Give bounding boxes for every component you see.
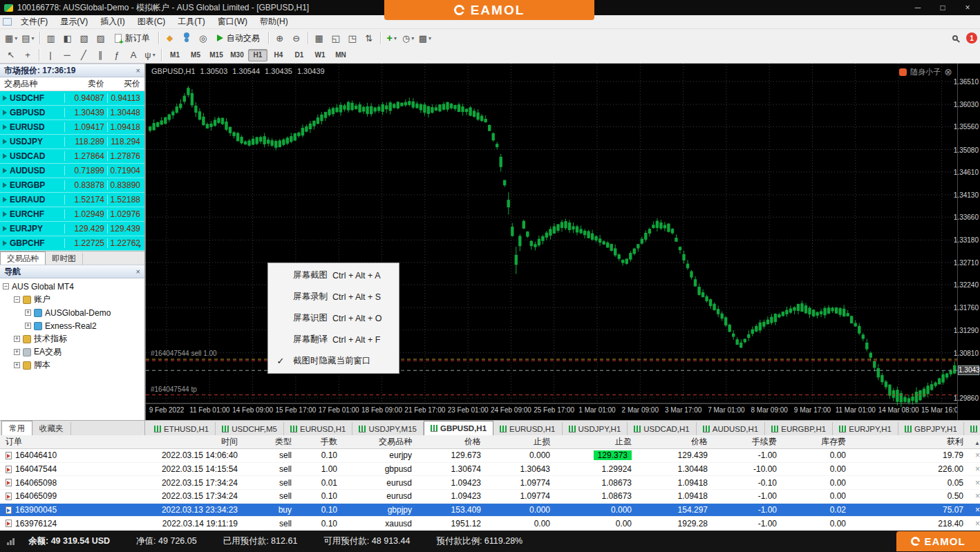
navigator-close-icon[interactable]: × xyxy=(136,267,140,276)
arrange-windows-button[interactable]: ◱ xyxy=(328,31,344,46)
expand-icon[interactable]: + xyxy=(25,310,31,316)
template-button[interactable]: ▩▾ xyxy=(417,31,433,46)
orders-column-止盈[interactable]: 止盈 xyxy=(554,436,636,448)
menu-item[interactable]: 图表(C) xyxy=(131,15,172,28)
orders-column-价格[interactable]: 价格 xyxy=(416,436,485,448)
order-row[interactable]: 1640650982022.03.15 17:34:24sell0.01euru… xyxy=(0,476,980,490)
market-watch-row[interactable]: EURGBP0.838780.83890 xyxy=(0,178,144,193)
column-header-ask[interactable]: 买价 xyxy=(107,78,144,90)
market-watch-row[interactable]: GBPUSD1.304391.30448 xyxy=(0,106,144,120)
bottom-tab-常用[interactable]: 常用 xyxy=(1,421,32,435)
support-button[interactable]: ◎ xyxy=(195,31,211,46)
trendline-tool-button[interactable]: ╱ xyxy=(75,48,92,62)
close-order-icon[interactable]: × xyxy=(975,491,980,501)
fibonacci-tool-button[interactable]: ƒ xyxy=(109,48,125,62)
restore-button[interactable]: □ xyxy=(930,3,955,12)
expand-icon[interactable]: + xyxy=(14,362,20,368)
orders-column-手续费[interactable]: 手续费 xyxy=(712,436,781,448)
cursor-tool-button[interactable]: ↖ xyxy=(3,48,19,62)
order-row[interactable]: 1639761242022.03.14 19:11:19sell0.10xauu… xyxy=(0,517,980,531)
timeframe-D1[interactable]: D1 xyxy=(290,49,309,61)
context-menu-item[interactable]: 屏幕翻译Ctrl + Alt + F xyxy=(268,329,399,350)
orders-column-价格[interactable]: 价格 xyxy=(636,436,712,448)
market-watch-toggle-button[interactable]: ▥ xyxy=(43,31,59,46)
chart-tab-USDCAD,H1[interactable]: USDCAD,H1 xyxy=(628,422,696,435)
context-menu-item[interactable]: 屏幕识图Ctrl + Alt + O xyxy=(268,307,399,329)
notification-button[interactable]: 1 xyxy=(963,31,980,46)
context-menu-item[interactable]: 屏幕截图Ctrl + Alt + A xyxy=(268,265,399,286)
add-indicator-button[interactable]: +▾ xyxy=(384,31,400,46)
orders-column-类型[interactable]: 类型 xyxy=(242,436,296,448)
orders-column-手数[interactable]: 手数 xyxy=(296,436,341,448)
collapse-icon[interactable]: − xyxy=(3,283,9,289)
market-watch-row[interactable]: EURCHF1.029491.02976 xyxy=(0,207,144,222)
close-order-icon[interactable]: × xyxy=(975,519,980,529)
menu-item[interactable]: 帮助(H) xyxy=(254,15,294,28)
column-header-symbol[interactable]: 交易品种 xyxy=(0,78,64,90)
vertical-line-tool-button[interactable]: | xyxy=(42,48,59,62)
orders-column-库存费[interactable]: 库存费 xyxy=(781,436,850,448)
minimize-button[interactable]: ─ xyxy=(905,3,930,12)
market-watch-row[interactable]: EURAUD1.521741.52188 xyxy=(0,193,144,207)
shapes-tool-button[interactable]: ψ▾ xyxy=(142,48,158,62)
chart-tab-NZDJPY,H1[interactable]: NZDJPY,H1 xyxy=(964,422,980,435)
chart-tab-ETHUSD,H1[interactable]: ETHUSD,H1 xyxy=(148,422,216,435)
market-watch-row[interactable]: USDCAD1.278641.27876 xyxy=(0,149,144,164)
navigator-toggle-button[interactable]: ▧ xyxy=(76,31,93,46)
market-watch-row[interactable]: USDJPY118.289118.294 xyxy=(0,135,144,149)
chart-tab-GBPUSD,H1[interactable]: GBPUSD,H1 xyxy=(424,421,493,435)
chart-tab-EURUSD,H1[interactable]: EURUSD,H1 xyxy=(284,422,352,435)
sort-button[interactable]: ⇅ xyxy=(361,31,377,46)
menu-item[interactable]: 显示(V) xyxy=(54,15,94,28)
order-row[interactable]: 1639000452022.03.13 23:34:23buy0.10gbpjp… xyxy=(0,504,980,517)
close-button[interactable]: × xyxy=(955,3,980,12)
tile-windows-button[interactable]: ▦ xyxy=(311,31,328,46)
menu-item[interactable]: 文件(F) xyxy=(15,15,54,28)
bottom-tab-收藏夹[interactable]: 收藏夹 xyxy=(32,422,71,435)
market-watch-close-icon[interactable]: × xyxy=(136,66,140,75)
profiles-button[interactable]: ▤▾ xyxy=(19,31,36,46)
menu-item[interactable]: 工具(T) xyxy=(171,15,211,28)
chart-tab-EURGBP,H1[interactable]: EURGBP,H1 xyxy=(765,422,833,435)
nav-item-AUSGlobal-Demo[interactable]: +AUSGlobal-Demo xyxy=(0,306,144,319)
crosshair-tool-button[interactable]: + xyxy=(19,48,36,62)
market-watch-tab-交易品种[interactable]: 交易品种 xyxy=(0,251,46,265)
indicators-button[interactable]: ◆ xyxy=(162,31,178,46)
menu-item[interactable]: 窗口(W) xyxy=(211,15,254,28)
nav-item-AUS Global MT4[interactable]: −AUS Global MT4 xyxy=(0,280,144,293)
column-header-bid[interactable]: 卖价 xyxy=(64,78,107,90)
close-order-icon[interactable]: × xyxy=(975,478,980,488)
nav-item-Exness-Real2[interactable]: +Exness-Real2 xyxy=(0,319,144,332)
orders-column-时间[interactable]: 时间 xyxy=(104,436,242,448)
auto-trading-button[interactable]: 自动交易 xyxy=(211,31,265,46)
timeframe-W1[interactable]: W1 xyxy=(310,49,330,61)
terminal-toggle-button[interactable]: ▨ xyxy=(93,31,109,46)
orders-column-止损[interactable]: 止损 xyxy=(485,436,554,448)
zoom-out-button[interactable]: ⊖ xyxy=(288,31,305,46)
context-menu-item[interactable]: 屏幕录制Ctrl + Alt + S xyxy=(268,286,399,307)
market-watch-row[interactable]: GBPCHF1.227251.22762 xyxy=(0,236,144,251)
zoom-in-button[interactable]: ⊕ xyxy=(272,31,288,46)
timeframe-MN[interactable]: MN xyxy=(331,49,350,61)
context-menu-item[interactable]: ✓截图时隐藏当前窗口 xyxy=(268,350,399,372)
expand-icon[interactable]: + xyxy=(14,349,20,355)
cascade-windows-button[interactable]: ◳ xyxy=(344,31,361,46)
timeframe-H1[interactable]: H1 xyxy=(248,49,267,61)
chart-tab-USDJPY,M15[interactable]: USDJPY,M15 xyxy=(352,422,423,435)
market-watch-tab-即时图[interactable]: 即时图 xyxy=(46,253,83,265)
market-watch-row[interactable]: USDCHF0.940870.94113 xyxy=(0,91,144,106)
close-order-icon[interactable]: × xyxy=(975,505,980,515)
plugin-close-icon[interactable]: ⊗ xyxy=(944,66,952,77)
search-button[interactable] xyxy=(947,31,963,46)
period-button[interactable]: ◷▾ xyxy=(400,31,417,46)
market-watch-row[interactable]: EURUSD1.094171.09418 xyxy=(0,120,144,135)
channel-tool-button[interactable]: ∥ xyxy=(92,48,109,62)
timeframe-M5[interactable]: M5 xyxy=(186,49,205,61)
new-order-button[interactable]: 新订单 xyxy=(109,31,156,46)
expand-icon[interactable]: + xyxy=(25,323,31,329)
data-window-button[interactable]: ◧ xyxy=(59,31,76,46)
nav-item-EA交易[interactable]: +EA交易 xyxy=(0,345,144,359)
close-order-icon[interactable]: × xyxy=(975,450,980,460)
orders-column-交易品种[interactable]: 交易品种 xyxy=(341,436,416,448)
chart-tab-EURUSD,H1[interactable]: EURUSD,H1 xyxy=(493,422,562,435)
